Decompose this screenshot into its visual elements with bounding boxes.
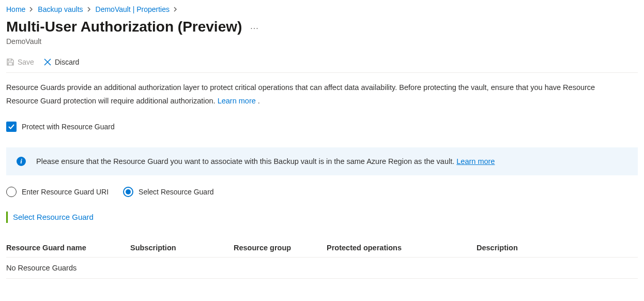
info-icon: i xyxy=(17,157,26,166)
info-banner-message: Please ensure that the Resource Guard yo… xyxy=(36,157,456,165)
radio-enter-uri-label: Enter Resource Guard URI xyxy=(22,188,109,196)
chevron-right-icon xyxy=(29,7,34,12)
close-icon xyxy=(43,58,52,66)
protect-checkbox-label: Protect with Resource Guard xyxy=(22,123,115,131)
col-header-name: Resource Guard name xyxy=(6,244,130,252)
breadcrumb-demovault-properties[interactable]: DemoVault | Properties xyxy=(96,5,170,13)
checkmark-icon xyxy=(8,123,15,130)
select-resource-guard-row: Select Resource Guard xyxy=(6,212,638,223)
table-header: Resource Guard name Subscription Resourc… xyxy=(6,238,638,258)
accent-bar xyxy=(6,212,8,223)
learn-more-link[interactable]: Learn more xyxy=(218,97,256,105)
description-line1: Resource Guards provide an additional au… xyxy=(6,82,638,94)
save-button: Save xyxy=(6,57,34,67)
radio-select-guard[interactable]: Select Resource Guard xyxy=(123,187,214,197)
radio-circle-icon xyxy=(6,187,17,197)
description-line2-text: Resource Guard protection will require a… xyxy=(6,97,218,105)
description-line2: Resource Guard protection will require a… xyxy=(6,96,638,107)
table-empty-message: No Resource Guards xyxy=(6,264,130,272)
toolbar: Save Discard xyxy=(6,53,638,73)
save-icon xyxy=(6,58,14,66)
protect-checkbox-row: Protect with Resource Guard xyxy=(6,122,638,132)
breadcrumb: Home Backup vaults DemoVault | Propertie… xyxy=(6,4,638,18)
radio-circle-selected-icon xyxy=(123,187,133,197)
radio-enter-uri[interactable]: Enter Resource Guard URI xyxy=(6,187,109,197)
info-banner-text: Please ensure that the Resource Guard yo… xyxy=(36,157,495,165)
col-header-protected-ops: Protected operations xyxy=(327,244,477,252)
discard-label: Discard xyxy=(55,58,79,66)
radio-select-guard-label: Select Resource Guard xyxy=(139,188,214,196)
info-learn-more-link[interactable]: Learn more xyxy=(456,157,495,165)
col-header-description: Description xyxy=(477,244,638,252)
select-resource-guard-link[interactable]: Select Resource Guard xyxy=(13,213,94,221)
chevron-right-icon xyxy=(174,7,178,12)
protect-checkbox[interactable] xyxy=(6,122,17,132)
breadcrumb-backup-vaults[interactable]: Backup vaults xyxy=(38,5,83,13)
col-header-subscription: Subscription xyxy=(130,244,234,252)
more-icon[interactable]: ··· xyxy=(250,21,258,33)
table-row: No Resource Guards xyxy=(6,258,638,279)
col-header-resource-group: Resource group xyxy=(234,244,327,252)
radio-group: Enter Resource Guard URI Select Resource… xyxy=(6,187,638,197)
page-subtitle: DemoVault xyxy=(6,37,638,46)
chevron-right-icon xyxy=(87,7,91,12)
description-period: . xyxy=(256,97,260,105)
save-label: Save xyxy=(18,58,34,66)
page-title: Multi-User Authorization (Preview) xyxy=(6,18,242,36)
breadcrumb-home[interactable]: Home xyxy=(6,5,25,13)
info-banner: i Please ensure that the Resource Guard … xyxy=(6,147,638,175)
discard-button[interactable]: Discard xyxy=(43,57,79,67)
